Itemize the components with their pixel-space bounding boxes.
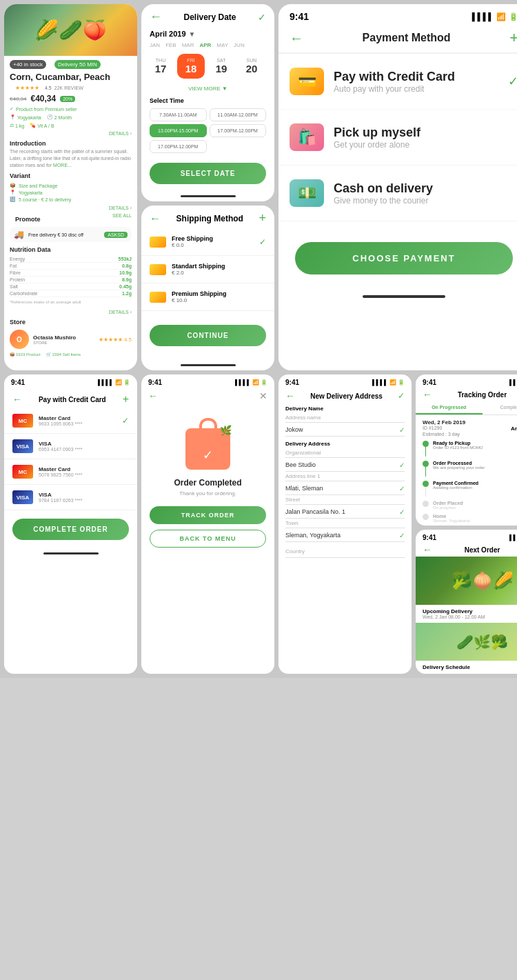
continue-button[interactable]: CONTINUE <box>150 325 266 346</box>
oc-close-icon[interactable]: ✕ <box>259 390 267 401</box>
nda-back-icon[interactable]: ← <box>285 390 295 401</box>
nda-org-value: Bee Studio <box>285 461 316 469</box>
discount-badge: 20% <box>60 96 75 102</box>
view-more-btn[interactable]: VIEW MORE ▼ <box>141 83 274 94</box>
choose-payment-button[interactable]: CHOOSE PAYMENT <box>295 242 513 274</box>
cash-text: Cash on delivery Give money to the couri… <box>334 181 517 206</box>
ship-plus-icon[interactable]: + <box>258 211 266 226</box>
pickup-text: Pick up myself Get your order alone <box>334 126 517 150</box>
cc-mastercard-1[interactable]: MC Master Card 9633 1095 8063 **** ✓ <box>4 408 137 434</box>
pm-plus-icon[interactable]: + <box>509 29 517 47</box>
nda-title: New Delivery Address <box>310 392 383 400</box>
pay-credit-card: 9:41 ▌▌▌▌ 📶 🔋 ← Pay with Credit Card + M… <box>4 374 137 674</box>
tracking-id: ID #1290 <box>423 426 442 432</box>
pickup-name: Pick up myself <box>334 126 517 140</box>
track-order-button[interactable]: TRACK ORDER <box>150 506 266 524</box>
product-rating: 4.5 <box>45 86 52 90</box>
nda-town-placeholder: Town <box>285 520 298 526</box>
visa-icon-1: VISA <box>12 439 33 453</box>
time-slot-5[interactable]: 17.00PM-12.00PM <box>150 140 207 153</box>
month-arrow-icon[interactable]: ▼ <box>189 30 196 38</box>
select-date-button[interactable]: SELECT DATE <box>150 163 266 184</box>
nda-org-check-icon: ✓ <box>399 461 405 469</box>
promote-item[interactable]: 🚚 Free delivery € 30 disc off ASKSD <box>10 227 132 242</box>
price-new: €40,34 <box>30 94 56 103</box>
nda-street-value: Jalan Pancasila No. 1 <box>285 508 345 516</box>
date-sun[interactable]: SUN 20 <box>238 54 265 79</box>
cash-sub: Give money to the courier <box>334 196 517 206</box>
date-thu[interactable]: THU 17 <box>147 54 174 79</box>
upcoming-delivery-section: Upcoming Delivery Wed, 2 Jan 08.00 - 12.… <box>416 605 517 623</box>
cc-plus-icon[interactable]: + <box>123 393 129 406</box>
no-back-icon[interactable]: ← <box>423 544 432 555</box>
month-jun[interactable]: JUN <box>234 42 245 48</box>
date-sat[interactable]: SAT 19 <box>207 54 235 79</box>
promo-code[interactable]: ASKSD <box>104 232 128 238</box>
complete-order-button[interactable]: COMPLETE ORDER <box>12 519 129 540</box>
nda-name-check-icon: ✓ <box>399 426 405 434</box>
payment-option-credit[interactable]: 💳 Pay with Credit Card Auto pay with you… <box>278 54 517 110</box>
month-jan[interactable]: JAN <box>150 42 160 48</box>
payment-option-pickup[interactable]: 🛍️ Pick up myself Get your order alone <box>278 110 517 166</box>
nda-check-icon[interactable]: ✓ <box>398 391 405 401</box>
to-back-icon[interactable]: ← <box>423 389 432 400</box>
month-mar[interactable]: MAR <box>182 42 194 48</box>
pm-back-icon[interactable]: ← <box>290 30 303 46</box>
oc-status-time: 9:41 <box>148 379 162 386</box>
ship-free[interactable]: Free Shipping € 0.0 ✓ <box>141 228 274 256</box>
see-all-link[interactable]: SEE ALL <box>112 213 132 224</box>
more-link[interactable]: MORE... <box>53 163 72 168</box>
cc-mastercard-2[interactable]: MC Master Card 5078 9625 7560 **** <box>4 459 137 485</box>
oc-back-icon[interactable]: ← <box>148 390 158 401</box>
dd-check-icon[interactable]: ✓ <box>258 12 266 23</box>
signal-icons: ▌▌▌▌ 📶 🔋 <box>472 12 517 21</box>
month-apr[interactable]: APR <box>199 42 211 48</box>
no-title: Next Order <box>465 546 500 554</box>
product-reviews: 22K REVIEW <box>54 86 83 90</box>
bag-leaf-icon: 🌿 <box>220 425 232 436</box>
track-dot-5 <box>423 514 429 520</box>
ship-standard[interactable]: Standart Shipping € 2.0 <box>141 256 274 283</box>
details-link-1[interactable]: DETAILS › <box>4 130 137 137</box>
ship-premium[interactable]: Premium Shipping € 10.0 <box>141 283 274 311</box>
product-title: Corn, Cucambar, Peach <box>4 69 137 83</box>
next-order-secondary-image: 🥒🌿🥦 <box>416 623 517 661</box>
cc-back-icon[interactable]: ← <box>12 394 22 405</box>
pickup-icon: 🛍️ <box>290 123 324 151</box>
delivery-badge: Delivery 50 MIN <box>54 60 101 69</box>
store-section: O Octasia Mushiro STORE ★★★★★ 4.5 <box>4 327 137 352</box>
time-slot-3[interactable]: 13.00PM-15.00PM <box>150 124 207 137</box>
time-slot-4[interactable]: 17.00PM-12.00PM <box>210 124 267 137</box>
details-link-2[interactable]: DETAILS › <box>4 204 137 212</box>
cc-visa-1[interactable]: VISA VISA 6953 4147 0903 **** <box>4 434 137 459</box>
month-feb[interactable]: FEB <box>165 42 176 48</box>
delivery-schedule-section: Delivery Schedule CHANGE › <box>416 661 517 674</box>
ship-back-icon[interactable]: ← <box>150 212 161 225</box>
dd-back-icon[interactable]: ← <box>150 10 162 24</box>
credit-card-text: Pay with Credit Card Auto pay with your … <box>334 70 498 94</box>
back-to-menu-button[interactable]: BACK TO MENU <box>150 530 266 548</box>
no-signal: ▌▌▌▌ 📶 🔋 <box>509 534 517 541</box>
cc-visa-2[interactable]: VISA VISA 9784 1187 6263 **** <box>4 485 137 510</box>
date-fri[interactable]: FRI 18 <box>177 54 205 79</box>
track-step-processed: Order Processed We are preparing your or… <box>423 461 517 477</box>
store-avatar: O <box>10 330 29 349</box>
nutrition-note: *References intake of an average adult <box>4 299 137 306</box>
nda-delivery-addr-section: Delivery Address <box>285 441 405 447</box>
time-slot-2[interactable]: 11.00AM-12.00PM <box>210 108 267 121</box>
nda-address-name-placeholder: Address name <box>285 414 321 421</box>
ship-standard-icon <box>150 264 166 275</box>
month-may[interactable]: MAY <box>216 42 228 48</box>
mastercard-icon-2: MC <box>12 465 33 479</box>
ship-free-check: ✓ <box>259 237 266 247</box>
nda-town-check-icon: ✓ <box>399 532 405 539</box>
promote-icon: 🚚 <box>14 230 24 239</box>
month-label: April 2019 <box>150 30 186 38</box>
next-order-hero-image: 🥦🧅🌽 <box>416 557 517 605</box>
nda-addr1-value: Mlati, Sleman <box>285 485 323 492</box>
payment-option-cash[interactable]: 💵 Cash on delivery Give money to the cou… <box>278 166 517 221</box>
track-tab-progress[interactable]: On Progressed <box>416 401 483 414</box>
time-slot-1[interactable]: 7.30AM-11.00AM <box>150 108 207 121</box>
track-tab-completed[interactable]: Completed (2) <box>483 401 518 414</box>
details-link-3[interactable]: DETAILS › <box>4 308 137 316</box>
